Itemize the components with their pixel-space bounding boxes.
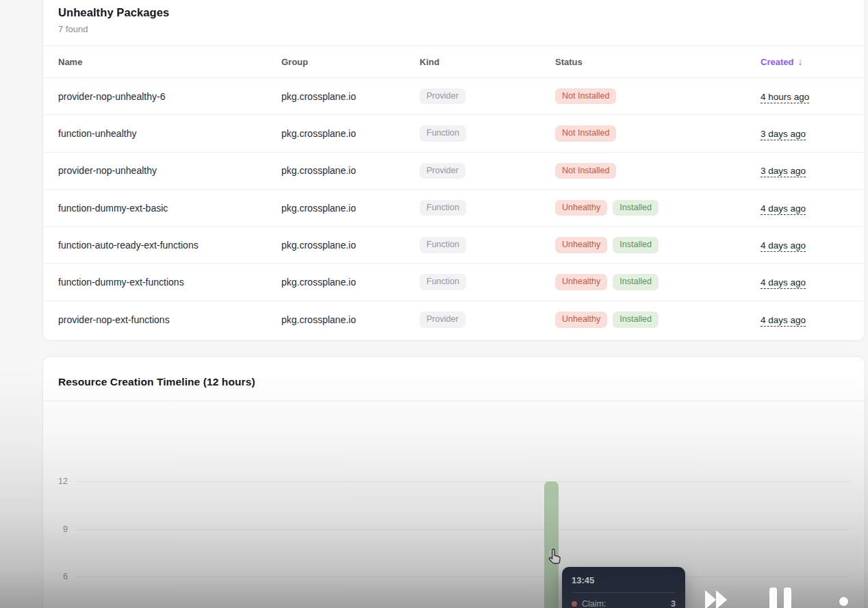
kind-badge: Provider	[420, 312, 465, 327]
cell-package-name: provider-nop-ext-functions	[58, 314, 281, 325]
cell-group: pkg.crossplane.io	[281, 203, 420, 214]
pause-icon[interactable]	[769, 587, 794, 608]
cell-package-name: provider-nop-unhealthy-6	[58, 91, 281, 102]
created-time-link[interactable]: 4 days ago	[761, 277, 806, 288]
cell-created: 3 days ago	[761, 128, 850, 139]
cell-kind: Provider	[420, 312, 555, 327]
cell-status: Not Installed	[555, 88, 761, 104]
created-time-link[interactable]: 4 days ago	[761, 315, 806, 325]
cell-status: UnhealthyInstalled	[555, 312, 761, 327]
cell-package-name: function-unhealthy	[58, 128, 281, 139]
cell-kind: Function	[420, 125, 555, 141]
page-title: Unhealthy Packages	[58, 6, 850, 19]
table-header-row: Name Group Kind Status Created↓	[43, 45, 865, 78]
kind-badge: Function	[420, 125, 466, 141]
result-count: 7 found	[58, 24, 850, 34]
gridline	[76, 481, 850, 482]
cell-status: UnhealthyInstalled	[555, 274, 761, 290]
cell-status: Not Installed	[555, 125, 761, 141]
column-header-name[interactable]: Name	[58, 57, 281, 67]
cell-group: pkg.crossplane.io	[281, 128, 420, 139]
unhealthy-packages-card: Unhealthy Packages 7 found Name Group Ki…	[42, 0, 865, 341]
created-time-link[interactable]: 4 hours ago	[761, 92, 809, 102]
cell-kind: Provider	[420, 88, 555, 104]
y-axis-tick-label: 9	[46, 524, 68, 534]
kind-badge: Provider	[420, 88, 465, 104]
cell-group: pkg.crossplane.io	[281, 314, 420, 325]
y-axis-tick-label: 6	[46, 572, 68, 581]
cell-group: pkg.crossplane.io	[281, 165, 420, 176]
gridline	[76, 529, 850, 530]
status-badge: Unhealthy	[555, 200, 607, 216]
skip-forward-icon[interactable]	[702, 586, 730, 608]
cell-kind: Function	[420, 274, 555, 290]
cell-kind: Function	[420, 237, 555, 253]
kind-badge: Function	[420, 274, 466, 290]
table-row[interactable]: provider-nop-ext-functions pkg.crossplan…	[43, 301, 865, 338]
tooltip-time: 13:45	[572, 575, 676, 593]
y-axis-tick-label: 12	[46, 477, 68, 486]
cell-status: Not Installed	[555, 163, 761, 179]
cell-created: 4 hours ago	[761, 91, 850, 102]
chart-tooltip: 13:45 Claim: 3 Composite Resource: 6 Man…	[562, 567, 685, 608]
status-badge: Installed	[613, 312, 659, 327]
status-badge: Installed	[613, 274, 659, 290]
status-badge: Not Installed	[555, 163, 616, 179]
tooltip-rows: Claim: 3 Composite Resource: 6 Managed R…	[572, 599, 676, 608]
chart-title: Resource Creation Timeline (12 hours)	[58, 376, 850, 388]
cell-kind: Function	[420, 200, 555, 216]
column-header-status[interactable]: Status	[555, 57, 761, 67]
column-header-group[interactable]: Group	[281, 57, 420, 67]
created-time-link[interactable]: 4 days ago	[761, 203, 806, 214]
cell-created: 4 days ago	[761, 240, 850, 251]
created-time-link[interactable]: 4 days ago	[761, 240, 806, 251]
resource-timeline-card: Resource Creation Timeline (12 hours) 12…	[42, 356, 865, 608]
series-value: 3	[671, 599, 676, 608]
table-row[interactable]: function-unhealthy pkg.crossplane.io Fun…	[43, 115, 865, 152]
column-header-created-label: Created	[761, 57, 793, 67]
created-time-link[interactable]: 3 days ago	[761, 166, 806, 176]
cell-created: 4 days ago	[761, 314, 850, 325]
status-badge: Unhealthy	[555, 237, 607, 253]
chart-card-header: Resource Creation Timeline (12 hours)	[43, 357, 865, 401]
sort-descending-icon: ↓	[797, 56, 802, 67]
table-row[interactable]: provider-nop-unhealthy pkg.crossplane.io…	[43, 153, 865, 190]
cell-created: 4 days ago	[761, 277, 850, 288]
kind-badge: Provider	[420, 163, 465, 179]
cell-package-name: function-dummy-ext-functions	[58, 277, 281, 288]
column-header-created[interactable]: Created↓	[761, 56, 850, 67]
card-header: Unhealthy Packages 7 found	[43, 0, 865, 34]
status-badge: Unhealthy	[555, 312, 607, 327]
player-dot-icon[interactable]	[839, 597, 849, 608]
cell-group: pkg.crossplane.io	[281, 240, 420, 251]
tooltip-row: Claim: 3	[572, 599, 676, 608]
series-color-dot	[572, 601, 577, 607]
table-row[interactable]: function-dummy-ext-functions pkg.crosspl…	[43, 264, 865, 301]
table-row[interactable]: function-auto-ready-ext-functions pkg.cr…	[43, 227, 865, 264]
cell-package-name: function-auto-ready-ext-functions	[58, 240, 281, 251]
cell-package-name: provider-nop-unhealthy	[58, 165, 281, 176]
status-badge: Installed	[613, 237, 659, 253]
timeline-chart: 12963 93 13:45 Claim: 3 Composite Resour…	[43, 401, 865, 608]
gridline	[76, 577, 850, 577]
cell-kind: Provider	[420, 163, 555, 179]
created-time-link[interactable]: 3 days ago	[761, 129, 806, 139]
cell-status: UnhealthyInstalled	[555, 200, 761, 216]
table-row[interactable]: provider-nop-unhealthy-6 pkg.crossplane.…	[43, 78, 865, 115]
cell-status: UnhealthyInstalled	[555, 237, 761, 253]
cell-package-name: function-dummy-ext-basic	[58, 203, 281, 214]
bar-segment-managed-resource[interactable]	[544, 577, 559, 608]
mouse-pointer-icon	[546, 548, 564, 566]
cell-group: pkg.crossplane.io	[281, 277, 420, 288]
status-badge: Not Installed	[555, 88, 616, 104]
cell-group: pkg.crossplane.io	[281, 91, 420, 102]
table-row[interactable]: function-dummy-ext-basic pkg.crossplane.…	[43, 190, 865, 227]
table-body: provider-nop-unhealthy-6 pkg.crossplane.…	[43, 78, 865, 338]
status-badge: Unhealthy	[555, 274, 607, 290]
status-badge: Not Installed	[555, 125, 616, 141]
cell-created: 3 days ago	[761, 165, 850, 176]
status-badge: Installed	[613, 200, 659, 216]
kind-badge: Function	[420, 237, 466, 253]
column-header-kind[interactable]: Kind	[420, 57, 555, 67]
series-label: Claim:	[582, 599, 671, 608]
